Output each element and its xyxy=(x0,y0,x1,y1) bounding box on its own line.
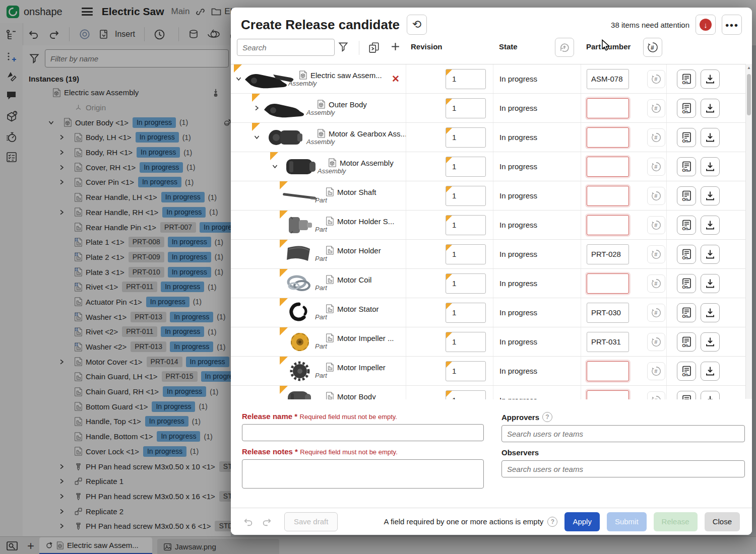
export-icon[interactable] xyxy=(701,274,720,293)
export-icon[interactable] xyxy=(701,362,720,381)
properties-icon[interactable]: On xyxy=(677,274,696,293)
part-number-input[interactable] xyxy=(587,273,629,294)
autonumber-all-icon[interactable]: # xyxy=(643,38,662,57)
revision-input[interactable]: 1 xyxy=(446,361,486,381)
release-row[interactable]: Electric saw Assem...Assembly✕1In progre… xyxy=(231,64,752,94)
release-notes-input[interactable] xyxy=(242,459,484,489)
release-row[interactable]: Motor ShaftPart1In progress#On xyxy=(231,181,752,211)
observers-input[interactable] xyxy=(501,460,745,477)
part-number-input[interactable] xyxy=(587,127,629,148)
export-icon[interactable] xyxy=(701,70,720,89)
revision-input[interactable]: 1 xyxy=(446,390,486,400)
save-draft-button[interactable]: Save draft xyxy=(284,512,338,531)
row-expand-icon[interactable] xyxy=(270,163,279,170)
approvers-help-icon[interactable]: ? xyxy=(542,412,552,422)
part-number-input[interactable]: PRT-030 xyxy=(587,303,629,323)
autonumber-icon[interactable]: # xyxy=(647,274,665,293)
part-number-input[interactable] xyxy=(587,390,629,400)
row-expand-icon[interactable] xyxy=(252,134,261,141)
release-row[interactable]: Motor AssemblyAssembly1In progress#On xyxy=(231,152,752,181)
autonumber-icon[interactable]: # xyxy=(647,391,665,400)
export-icon[interactable] xyxy=(701,303,720,322)
release-row[interactable]: Motor Impeller ...Part1In progressPRT-03… xyxy=(231,327,752,357)
properties-icon[interactable]: On xyxy=(677,99,696,118)
release-row[interactable]: Motor Holder S...Part1In progress#On xyxy=(231,211,752,240)
export-icon[interactable] xyxy=(701,332,720,352)
export-icon[interactable] xyxy=(701,245,720,264)
table-scrollbar[interactable]: ▲ xyxy=(745,64,752,399)
export-icon[interactable] xyxy=(701,216,720,235)
close-button[interactable]: Close xyxy=(705,512,740,531)
properties-icon[interactable]: On xyxy=(677,128,696,147)
export-icon[interactable] xyxy=(701,157,720,176)
properties-icon[interactable]: On xyxy=(677,186,696,205)
apply-button[interactable]: Apply xyxy=(564,512,600,531)
release-row[interactable]: Outer BodyAssembly1In progress#On xyxy=(231,94,752,123)
add-item-icon[interactable] xyxy=(390,41,401,52)
scrollbar-thumb[interactable] xyxy=(747,74,751,115)
export-icon[interactable] xyxy=(701,391,720,400)
autonumber-icon[interactable]: # xyxy=(647,245,665,263)
properties-icon[interactable]: On xyxy=(677,70,696,89)
part-number-input[interactable] xyxy=(587,215,629,235)
release-row[interactable]: Motor & Gearbox Ass...Assembly1In progre… xyxy=(231,123,752,152)
autonumber-icon[interactable]: # xyxy=(647,362,665,380)
autonumber-icon[interactable]: # xyxy=(647,70,665,88)
part-number-input[interactable] xyxy=(587,361,629,381)
submit-button[interactable]: Submit xyxy=(607,512,647,531)
part-number-input[interactable]: ASM-078 xyxy=(587,69,629,89)
export-icon[interactable] xyxy=(701,186,720,205)
revision-input[interactable]: 1 xyxy=(446,69,486,89)
error-jump-button[interactable]: ↓ xyxy=(696,15,716,35)
footer-redo-icon[interactable] xyxy=(261,517,272,527)
part-number-input[interactable]: PRT-031 xyxy=(587,332,629,352)
part-number-input[interactable] xyxy=(587,186,629,206)
release-row[interactable]: Motor ImpellerPart1In progress#On xyxy=(231,357,752,386)
autonumber-icon[interactable]: # xyxy=(647,99,665,117)
collapse-duplicates-icon[interactable] xyxy=(368,41,380,53)
row-expand-icon[interactable] xyxy=(252,105,261,111)
more-options-icon[interactable]: ●●● xyxy=(722,15,742,35)
part-number-input[interactable] xyxy=(587,98,629,118)
export-icon[interactable] xyxy=(701,128,720,147)
release-name-input[interactable] xyxy=(242,424,484,441)
dialog-search-input[interactable] xyxy=(237,39,335,56)
properties-icon[interactable]: On xyxy=(677,303,696,322)
table-filter-icon[interactable] xyxy=(338,41,349,52)
row-expand-icon[interactable] xyxy=(234,76,243,82)
remove-item-icon[interactable]: ✕ xyxy=(392,73,400,85)
release-button[interactable]: Release xyxy=(654,512,698,531)
release-row[interactable]: Motor HolderPart1In progressPRT-028#On xyxy=(231,240,752,269)
properties-icon[interactable]: On xyxy=(677,157,696,176)
autonumber-icon[interactable]: # xyxy=(647,304,665,322)
properties-icon[interactable]: On xyxy=(677,391,696,400)
revision-input[interactable]: 1 xyxy=(446,127,486,148)
part-number-input[interactable] xyxy=(587,157,629,177)
status-help-icon[interactable]: ? xyxy=(547,517,557,527)
footer-undo-icon[interactable] xyxy=(243,517,254,527)
autonumber-icon[interactable]: # xyxy=(647,333,665,351)
part-number-input[interactable]: PRT-028 xyxy=(587,244,629,264)
revision-input[interactable]: 1 xyxy=(446,244,486,264)
autonumber-icon[interactable]: # xyxy=(647,187,665,205)
state-refresh-icon[interactable] xyxy=(555,38,574,57)
revision-input[interactable]: 1 xyxy=(446,303,486,323)
release-row[interactable]: Motor BodyPart1In progress#On xyxy=(231,386,752,399)
autonumber-icon[interactable]: # xyxy=(647,158,665,176)
release-row[interactable]: Motor CoilPart1In progress#On xyxy=(231,269,752,298)
revision-input[interactable]: 1 xyxy=(446,273,486,294)
revision-input[interactable]: 1 xyxy=(446,186,486,206)
export-icon[interactable] xyxy=(701,99,720,118)
properties-icon[interactable]: On xyxy=(677,216,696,235)
properties-icon[interactable]: On xyxy=(677,362,696,381)
revision-input[interactable]: 1 xyxy=(446,98,486,118)
autonumber-icon[interactable]: # xyxy=(647,216,665,234)
revision-input[interactable]: 1 xyxy=(446,332,486,352)
approvers-input[interactable] xyxy=(501,425,745,442)
autonumber-icon[interactable]: # xyxy=(647,128,665,147)
revision-input[interactable]: 1 xyxy=(446,215,486,235)
release-row[interactable]: Motor StatorPart1In progressPRT-030#On xyxy=(231,298,752,327)
refresh-candidates-icon[interactable]: ⟲ xyxy=(407,15,427,35)
properties-icon[interactable]: On xyxy=(677,245,696,264)
properties-icon[interactable]: On xyxy=(677,332,696,352)
